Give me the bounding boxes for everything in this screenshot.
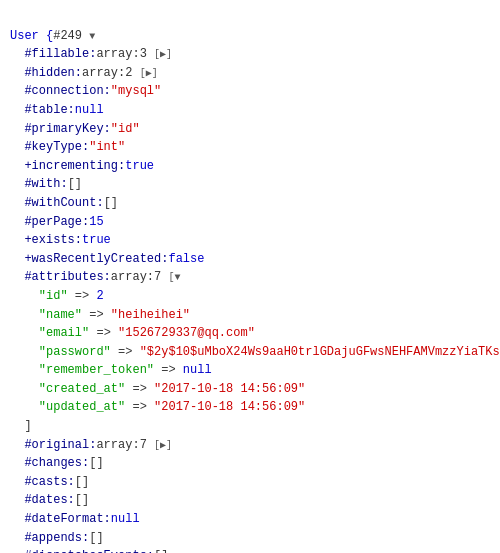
list-item: #withCount:[] (10, 194, 490, 213)
list-item: +incrementing:true (10, 157, 490, 176)
list-item: "name" => "heiheihei" (10, 306, 490, 325)
list-item: "remember_token" => null (10, 361, 490, 380)
list-item: #connection:"mysql" (10, 82, 490, 101)
list-item: "id" => 2 (10, 287, 490, 306)
list-item: +exists:true (10, 231, 490, 250)
list-item: #appends:[] (10, 529, 490, 548)
list-item: #changes:[] (10, 454, 490, 473)
list-item: #with:[] (10, 175, 490, 194)
list-item: #primaryKey:"id" (10, 120, 490, 139)
collapse-toggle[interactable]: ▼ (89, 31, 95, 42)
list-item: ] (10, 417, 490, 436)
expand-icon[interactable]: [▶] (154, 440, 172, 451)
list-item: +wasRecentlyCreated:false (10, 250, 490, 269)
list-item: #perPage:15 (10, 213, 490, 232)
code-body: #fillable:array:3 [▶] #hidden:array:2 [▶… (10, 45, 490, 553)
list-item: "updated_at" => "2017-10-18 14:56:09" (10, 398, 490, 417)
object-header: User {#249 ▼ (10, 29, 95, 43)
list-item: #casts:[] (10, 473, 490, 492)
list-item: #dateFormat:null (10, 510, 490, 529)
list-item: #attributes:array:7 [▼ (10, 268, 490, 287)
list-item: "created_at" => "2017-10-18 14:56:09" (10, 380, 490, 399)
list-item: #hidden:array:2 [▶] (10, 64, 490, 83)
list-item: #fillable:array:3 [▶] (10, 45, 490, 64)
collapse-icon[interactable]: [▼ (168, 272, 180, 283)
expand-icon[interactable]: [▶] (154, 49, 172, 60)
list-item: "email" => "1526729337@qq.com" (10, 324, 490, 343)
list-item: #dates:[] (10, 491, 490, 510)
list-item: "password" => "$2y$10$uMboX24Ws9aaH0trlG… (10, 343, 490, 362)
code-viewer: User {#249 ▼ (10, 8, 490, 45)
list-item: #keyType:"int" (10, 138, 490, 157)
list-item: #table:null (10, 101, 490, 120)
list-item: #dispatchesEvents:[] (10, 547, 490, 553)
expand-icon[interactable]: [▶] (140, 68, 158, 79)
list-item: #original:array:7 [▶] (10, 436, 490, 455)
